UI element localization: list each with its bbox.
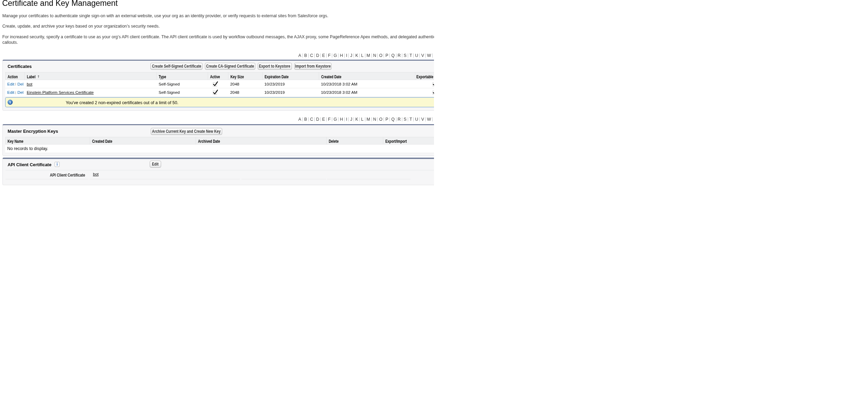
- svg-text:i: i: [10, 100, 11, 104]
